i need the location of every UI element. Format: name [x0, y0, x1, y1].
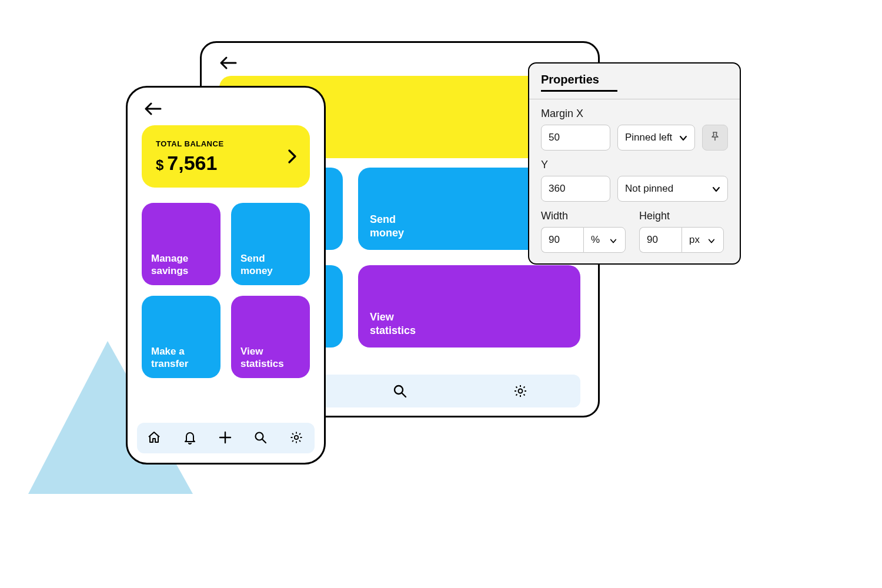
home-icon[interactable] [147, 430, 162, 446]
tile-label: Send money [370, 213, 404, 239]
chevron-down-icon [708, 236, 716, 244]
plus-icon[interactable] [218, 430, 233, 446]
balance-value: 7,561 [167, 152, 217, 175]
input-width[interactable]: 90 [541, 227, 583, 253]
tile-view-statistics[interactable]: View statistics [231, 296, 310, 378]
svg-line-5 [402, 393, 406, 397]
label-margin-x: Margin X [541, 108, 728, 120]
select-height-unit-value: px [689, 234, 700, 246]
tile-make-transfer[interactable]: Make a transfer [142, 296, 220, 378]
chevron-down-icon [679, 133, 687, 142]
pin-toggle-button[interactable] [702, 125, 728, 151]
phone-action-grid: Manage savings Send money Make a transfe… [128, 197, 324, 378]
balance-amount: $ 7,561 [156, 152, 296, 175]
svg-point-6 [518, 389, 522, 393]
search-icon[interactable] [253, 430, 269, 446]
gear-icon[interactable] [513, 383, 528, 399]
tile-view-statistics[interactable]: View statistics [358, 265, 580, 348]
pin-icon [710, 131, 720, 145]
tile-manage-savings[interactable]: Manage savings [142, 203, 220, 285]
label-width: Width [541, 210, 630, 222]
select-y-anchor[interactable]: Not pinned [617, 176, 728, 202]
tile-label: Manage savings [151, 252, 188, 278]
select-y-anchor-value: Not pinned [625, 183, 673, 195]
balance-label: TOTAL BALANCE [156, 139, 296, 148]
tile-label: Send money [240, 252, 273, 278]
balance-card[interactable]: TOTAL BALANCE $ 7,561 [142, 125, 310, 188]
select-margin-x-anchor-value: Pinned left [625, 132, 672, 143]
select-height-unit[interactable]: px [681, 227, 724, 253]
svg-point-12 [295, 436, 298, 439]
back-arrow-icon[interactable] [219, 56, 580, 70]
bell-icon[interactable] [183, 430, 198, 446]
select-margin-x-anchor[interactable]: Pinned left [617, 125, 695, 151]
chevron-down-icon [610, 236, 618, 244]
chevron-right-icon [288, 149, 297, 164]
phone-nav-bar [137, 423, 315, 453]
input-width-value: 90 [549, 234, 560, 246]
input-margin-x-value: 50 [549, 132, 560, 143]
input-margin-x[interactable]: 50 [541, 125, 610, 151]
input-height-value: 90 [647, 234, 658, 246]
tile-send-money[interactable]: Send money [231, 203, 310, 285]
label-y: Y [541, 159, 728, 171]
panel-title: Properties [541, 73, 599, 86]
select-width-unit[interactable]: % [583, 227, 626, 253]
panel-title-underline [541, 90, 617, 92]
svg-line-11 [262, 439, 266, 443]
gear-icon[interactable] [289, 430, 305, 446]
currency-symbol: $ [156, 157, 163, 173]
input-y[interactable]: 360 [541, 176, 610, 202]
back-arrow-icon[interactable] [144, 102, 308, 116]
label-height: Height [639, 210, 728, 222]
input-y-value: 360 [549, 183, 565, 195]
input-height[interactable]: 90 [639, 227, 681, 253]
properties-panel: Properties Margin X 50 Pinned left Y [528, 62, 741, 265]
chevron-down-icon [712, 185, 720, 193]
search-icon[interactable] [392, 383, 407, 399]
tile-label: View statistics [370, 310, 416, 337]
tile-label: Make a transfer [151, 345, 188, 370]
select-width-unit-value: % [591, 234, 600, 246]
phone-device-frame: TOTAL BALANCE $ 7,561 Manage savings Sen… [126, 86, 326, 465]
tile-label: View statistics [240, 345, 284, 370]
